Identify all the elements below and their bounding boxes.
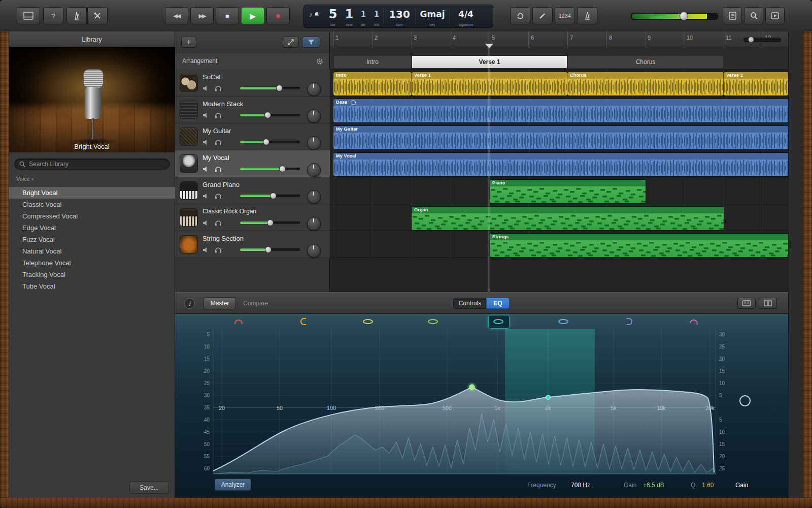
region-strings[interactable]: Strings	[490, 234, 788, 257]
eq-band-5-selected[interactable]	[491, 317, 506, 326]
gain-value[interactable]: +6.5 dB	[643, 482, 664, 489]
q-value[interactable]: 1.60	[702, 482, 714, 489]
rewind-button[interactable]: ◀◀	[165, 7, 188, 24]
pan-knob[interactable]	[307, 163, 321, 177]
lcd-beat[interactable]: 1 beat	[342, 5, 357, 27]
solo-button[interactable]	[214, 166, 223, 173]
lane-grand-piano[interactable]: Piano	[330, 177, 788, 204]
eq-band-4[interactable]	[425, 317, 441, 326]
metronome-button[interactable]	[577, 7, 597, 24]
play-button[interactable]: ▶	[241, 7, 264, 24]
loop-browser-button[interactable]	[744, 7, 763, 24]
volume-slider[interactable]	[240, 168, 300, 170]
add-track-button[interactable]: +	[181, 37, 196, 48]
mute-button[interactable]	[201, 193, 211, 200]
eq-band-6[interactable]	[556, 317, 571, 326]
lane-my-guitar[interactable]: My Guitar	[330, 123, 788, 150]
mute-button[interactable]	[201, 166, 211, 173]
library-item-tracking-vocal[interactable]: Tracking Vocal	[9, 269, 175, 280]
forward-button[interactable]: ▶▶	[190, 7, 214, 24]
compare-button[interactable]: Compare	[243, 300, 268, 307]
playhead-handle[interactable]	[485, 44, 493, 52]
lcd-display[interactable]: ♪ 5 bar 1 beat 1 div 1 tick 130 bp	[303, 5, 493, 28]
region-socal-chorus[interactable]: Chorus	[567, 72, 724, 96]
mute-button[interactable]	[201, 139, 211, 146]
lane-bass[interactable]: Bass	[330, 97, 788, 123]
region-piano[interactable]: Piano	[490, 180, 646, 203]
pan-knob[interactable]	[307, 217, 321, 231]
arrangement-marker-verse1[interactable]: Verse 1	[412, 55, 567, 69]
lcd-tick[interactable]: 1 tick	[370, 5, 383, 27]
pan-knob[interactable]	[307, 82, 321, 96]
library-category[interactable]: Voice ▾	[16, 176, 34, 182]
library-item-natural-vocal[interactable]: Natural Vocal	[9, 245, 175, 257]
pan-knob[interactable]	[307, 244, 321, 258]
volume-slider[interactable]	[240, 195, 300, 197]
track-header-string-section[interactable]: String Section	[175, 231, 330, 258]
track-header-my-guitar[interactable]: My Guitar	[175, 123, 330, 150]
lcd-key[interactable]: Gmaj key	[416, 5, 449, 27]
pan-knob[interactable]	[307, 109, 321, 123]
lcd-bar[interactable]: 5 bar	[324, 5, 342, 27]
mute-button[interactable]	[201, 85, 211, 92]
region-organ[interactable]: Organ	[412, 207, 724, 230]
mute-button[interactable]	[201, 219, 211, 227]
solo-button[interactable]	[214, 219, 223, 227]
mute-button[interactable]	[201, 112, 211, 119]
analyzer-button[interactable]: Analyzer	[215, 479, 251, 491]
volume-thumb[interactable]	[680, 12, 688, 20]
media-browser-button[interactable]	[765, 7, 785, 24]
pan-knob[interactable]	[307, 136, 321, 150]
eq-band-7-high-shelf[interactable]	[622, 317, 637, 326]
solo-button[interactable]	[214, 139, 223, 146]
tab-master[interactable]: Master	[204, 297, 236, 309]
region-my-guitar[interactable]: My Guitar	[333, 126, 788, 149]
keyboard-button[interactable]	[737, 298, 756, 309]
library-item-tube-vocal[interactable]: Tube Vocal	[9, 280, 175, 292]
eq-band-handle-700hz[interactable]	[469, 385, 475, 390]
tab-controls[interactable]: Controls	[453, 298, 487, 309]
count-in-button[interactable]: 1234	[555, 7, 575, 24]
lcd-mode[interactable]: ♪	[304, 5, 324, 27]
eq-band-3[interactable]	[360, 317, 376, 326]
lane-socal[interactable]: Intro Verse 1 Chorus Verse 2	[330, 70, 788, 97]
edit-button[interactable]	[532, 7, 553, 24]
quick-help-button[interactable]: ?	[43, 7, 63, 24]
output-gain-knob[interactable]	[739, 395, 751, 406]
region-my-vocal[interactable]: My Vocal	[333, 153, 788, 176]
library-item-bright-vocal[interactable]: Bright Vocal	[9, 187, 175, 199]
notes-button[interactable]	[723, 7, 742, 24]
master-volume-slider[interactable]	[631, 13, 718, 20]
lane-classic-rock-organ[interactable]: Organ	[330, 204, 788, 231]
search-input[interactable]	[14, 158, 170, 170]
track-header-grand-piano[interactable]: Grand Piano	[175, 177, 330, 204]
column-view-button[interactable]	[759, 298, 777, 309]
volume-slider[interactable]	[240, 87, 300, 89]
region-socal-intro[interactable]: Intro	[333, 72, 412, 96]
mute-button[interactable]	[201, 246, 211, 253]
library-item-classic-vocal[interactable]: Classic Vocal	[9, 199, 175, 210]
arrangement-marker-chorus[interactable]: Chorus	[567, 55, 724, 69]
track-header-my-vocal[interactable]: My Vocal	[175, 150, 330, 177]
region-bass[interactable]: Bass	[333, 99, 788, 122]
eq-band-1-highpass[interactable]	[231, 317, 246, 326]
library-item-telephone-vocal[interactable]: Telephone Vocal	[9, 257, 175, 269]
solo-button[interactable]	[214, 85, 223, 92]
arrangement-marker-intro[interactable]: Intro	[333, 55, 412, 69]
eq-band-8-lowpass[interactable]	[687, 317, 702, 326]
eq-band-handle-2k[interactable]	[546, 395, 551, 400]
track-header-modern-stack[interactable]: Modern Stack	[175, 97, 330, 123]
lane-my-vocal[interactable]: My Vocal	[330, 150, 788, 177]
library-item-edge-vocal[interactable]: Edge Vocal	[9, 222, 175, 234]
solo-button[interactable]	[214, 193, 223, 200]
gear-icon[interactable]	[316, 58, 323, 65]
metronome-mode-button[interactable]	[66, 7, 87, 24]
solo-button[interactable]	[214, 246, 223, 253]
arrangement-marker-lane[interactable]: Intro Verse 1 Chorus	[330, 48, 788, 70]
library-item-compressed-vocal[interactable]: Compressed Vocal	[9, 210, 175, 222]
volume-slider[interactable]	[240, 248, 300, 251]
eq-display[interactable]: 5 10 15 20 25 30 35 40 45 50 55 60 30 25…	[175, 314, 788, 498]
timeline[interactable]: 1 2 3 4 5 6 7 8 9 10 11 12 Intro Verse 1…	[330, 31, 788, 292]
lcd-div[interactable]: 1 div	[357, 5, 370, 27]
solo-button[interactable]	[214, 112, 223, 119]
